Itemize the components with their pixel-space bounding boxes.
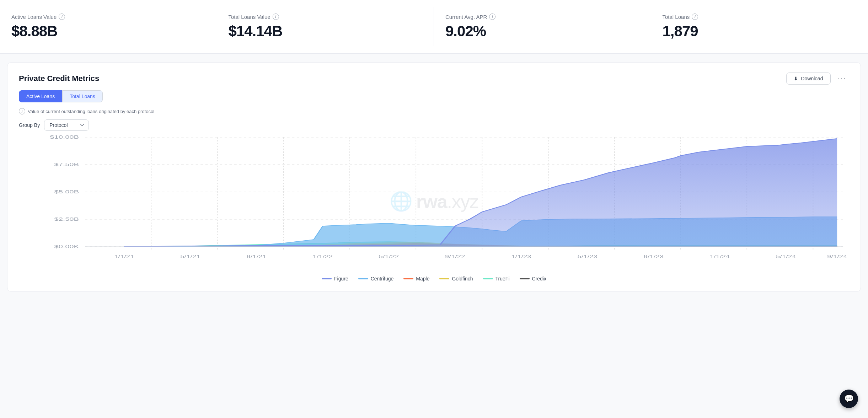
legend-item-credix: Credix: [520, 276, 546, 282]
more-options-button[interactable]: ···: [835, 73, 849, 85]
legend-color-credix: [520, 278, 530, 279]
download-icon: ⬇: [794, 76, 798, 81]
legend-label-truefi: TrueFi: [495, 276, 510, 282]
svg-text:5/1/21: 5/1/21: [180, 254, 200, 259]
legend-label-centrifuge: Centrifuge: [371, 276, 394, 282]
metric-info-icon: i: [59, 14, 65, 20]
metric-active-loans-value: Active Loans Value i $8.88B: [0, 7, 217, 46]
group-by-row: Group By ProtocolAsset ClassRegion: [19, 119, 849, 131]
metric-info-icon: i: [489, 14, 495, 20]
download-button[interactable]: ⬇ Download: [786, 73, 830, 85]
group-by-label: Group By: [19, 122, 40, 128]
legend-label-goldfinch: Goldfinch: [452, 276, 473, 282]
chat-button[interactable]: 💬: [840, 390, 858, 408]
metric-label-text: Total Loans Value: [229, 14, 270, 20]
metric-value: $8.88B: [11, 23, 205, 40]
svg-text:9/1/21: 9/1/21: [246, 254, 266, 259]
legend-item-truefi: TrueFi: [483, 276, 510, 282]
chart-container: Private Credit Metrics ⬇ Download ··· Ac…: [7, 62, 861, 292]
chart-header: Private Credit Metrics ⬇ Download ···: [19, 73, 849, 85]
download-label: Download: [801, 76, 823, 81]
svg-text:9/1/22: 9/1/22: [445, 254, 465, 259]
metric-current-avg-apr: Current Avg. APR i 9.02%: [434, 7, 651, 46]
tab-total-loans[interactable]: Total Loans: [62, 90, 103, 102]
note-info-icon: i: [19, 108, 25, 114]
group-by-select[interactable]: ProtocolAsset ClassRegion: [44, 119, 89, 131]
metric-value: $14.14B: [229, 23, 423, 40]
metric-label-text: Total Loans: [663, 14, 690, 20]
metric-value: 1,879: [663, 23, 857, 40]
chart-legend: Figure Centrifuge Maple Goldfinch TrueFi…: [19, 276, 849, 282]
tab-active-loans[interactable]: Active Loans: [19, 90, 62, 102]
metric-label: Total Loans Value i: [229, 14, 423, 20]
legend-color-centrifuge: [358, 278, 368, 279]
svg-text:$7.50B: $7.50B: [54, 162, 79, 167]
tab-group: Active LoansTotal Loans: [19, 90, 849, 102]
legend-color-maple: [403, 278, 413, 279]
legend-color-truefi: [483, 278, 493, 279]
svg-text:5/1/22: 5/1/22: [379, 254, 399, 259]
chat-icon: 💬: [844, 394, 854, 403]
metrics-bar: Active Loans Value i $8.88B Total Loans …: [0, 0, 868, 54]
legend-item-figure: Figure: [322, 276, 348, 282]
svg-text:9/1/24: 9/1/24: [827, 254, 847, 259]
metric-value: 9.02%: [445, 23, 639, 40]
svg-text:9/1/23: 9/1/23: [644, 254, 664, 259]
legend-item-goldfinch: Goldfinch: [439, 276, 473, 282]
chart-note: i Value of current outstanding loans ori…: [19, 108, 849, 114]
svg-text:1/1/23: 1/1/23: [511, 254, 531, 259]
metric-total-loans-value: Total Loans Value i $14.14B: [217, 7, 434, 46]
legend-label-maple: Maple: [416, 276, 429, 282]
svg-text:5/1/23: 5/1/23: [577, 254, 597, 259]
legend-item-maple: Maple: [403, 276, 429, 282]
svg-text:5/1/24: 5/1/24: [776, 254, 796, 259]
note-text: Value of current outstanding loans origi…: [28, 109, 154, 114]
svg-text:$5.00B: $5.00B: [54, 189, 79, 194]
metric-label-text: Active Loans Value: [11, 14, 57, 20]
metric-label-text: Current Avg. APR: [445, 14, 487, 20]
metric-label: Total Loans i: [663, 14, 857, 20]
legend-color-goldfinch: [439, 278, 449, 279]
metric-total-loans: Total Loans i 1,879: [651, 7, 868, 46]
svg-text:1/1/22: 1/1/22: [313, 254, 333, 259]
svg-text:1/1/21: 1/1/21: [114, 254, 134, 259]
svg-text:$0.00K: $0.00K: [54, 244, 79, 249]
svg-text:$2.50B: $2.50B: [54, 216, 79, 221]
metric-label: Current Avg. APR i: [445, 14, 639, 20]
legend-label-figure: Figure: [334, 276, 348, 282]
chart-area: $10.00B $7.50B $5.00B $2.50B $0.00K 1/1/…: [19, 134, 849, 269]
legend-color-figure: [322, 278, 332, 279]
legend-item-centrifuge: Centrifuge: [358, 276, 394, 282]
svg-text:$10.00B: $10.00B: [50, 134, 79, 139]
svg-text:1/1/24: 1/1/24: [710, 254, 730, 259]
metric-label: Active Loans Value i: [11, 14, 205, 20]
chart-title: Private Credit Metrics: [19, 74, 99, 83]
chart-svg: $10.00B $7.50B $5.00B $2.50B $0.00K 1/1/…: [19, 134, 849, 269]
metric-info-icon: i: [273, 14, 279, 20]
metric-info-icon: i: [692, 14, 698, 20]
chart-actions: ⬇ Download ···: [786, 73, 849, 85]
legend-label-credix: Credix: [532, 276, 546, 282]
